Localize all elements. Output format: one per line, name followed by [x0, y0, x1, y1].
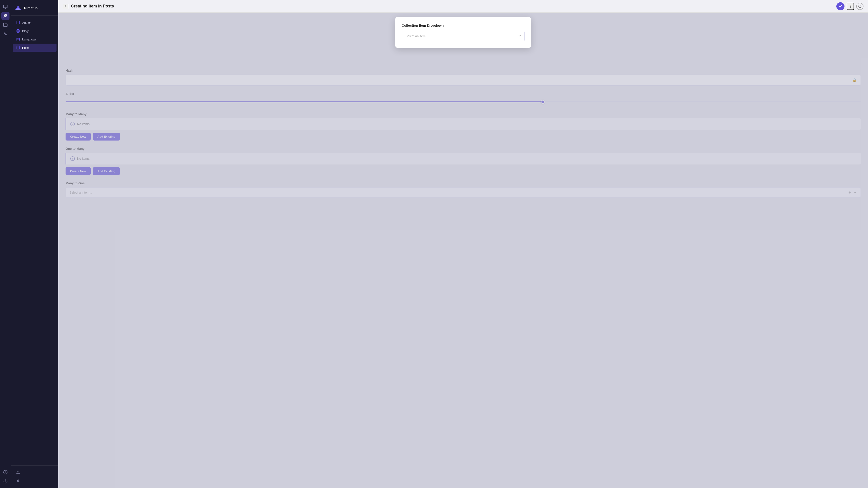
svg-point-12 — [17, 46, 20, 47]
sidebar-item-posts[interactable]: Posts — [13, 43, 57, 52]
back-button[interactable] — [63, 4, 68, 9]
sidebar-user[interactable] — [13, 477, 57, 485]
nav-help[interactable] — [1, 468, 9, 476]
nav-activity[interactable] — [1, 30, 9, 38]
nav-content[interactable] — [1, 3, 9, 11]
app-wrapper: Directus Author Blogs Languages — [0, 0, 868, 488]
collection-item-dropdown[interactable]: Select an item... — [402, 31, 525, 41]
svg-point-11 — [17, 38, 20, 39]
nav-settings[interactable] — [1, 477, 9, 485]
author-database-icon — [16, 21, 20, 24]
modal-overlay: Collection Item Dropdown Select an item.… — [58, 13, 868, 488]
sidebar-item-blogs[interactable]: Blogs — [13, 27, 57, 35]
dropdown-placeholder: Select an item... — [405, 34, 428, 38]
posts-database-icon — [16, 46, 20, 50]
svg-point-15 — [850, 6, 850, 6]
sidebar-logo: Directus — [11, 0, 58, 15]
info-button[interactable] — [856, 3, 864, 10]
form-page: Collection Item Dropdown Select an item.… — [58, 13, 868, 488]
svg-point-14 — [850, 5, 850, 5]
sidebar: Directus Author Blogs Languages — [11, 0, 58, 488]
collection-item-dropdown-modal: Collection Item Dropdown Select an item.… — [395, 17, 531, 48]
sidebar-item-author[interactable]: Author — [13, 19, 57, 27]
app-name: Directus — [24, 6, 37, 10]
sidebar-bottom — [11, 465, 58, 488]
nav-files[interactable] — [1, 21, 9, 29]
main-area: Creating Item in Posts Collection Item D… — [58, 0, 868, 488]
languages-database-icon — [16, 37, 20, 41]
svg-point-13 — [18, 480, 19, 481]
icon-strip — [0, 0, 11, 488]
more-button[interactable] — [847, 3, 854, 10]
sidebar-item-label-languages: Languages — [22, 38, 37, 41]
nav-users[interactable] — [1, 12, 9, 20]
bell-icon — [16, 471, 20, 475]
svg-point-9 — [17, 21, 20, 22]
sidebar-item-label-author: Author — [22, 21, 31, 24]
svg-rect-0 — [3, 5, 7, 8]
sidebar-item-label-posts: Posts — [22, 46, 30, 50]
svg-point-10 — [17, 29, 20, 30]
sidebar-item-languages[interactable]: Languages — [13, 35, 57, 43]
sidebar-nav: Author Blogs Languages Posts — [11, 15, 58, 465]
topbar: Creating Item in Posts — [58, 0, 868, 13]
sidebar-item-label-blogs: Blogs — [22, 29, 30, 33]
dropdown-wrapper: Select an item... — [402, 31, 525, 41]
topbar-actions — [836, 2, 864, 10]
page-title: Creating Item in Posts — [71, 4, 834, 8]
sidebar-notifications[interactable] — [13, 468, 57, 477]
save-button[interactable] — [836, 2, 844, 10]
user-icon — [16, 479, 20, 483]
svg-point-16 — [850, 7, 850, 8]
directus-logo-icon — [14, 4, 22, 11]
blogs-database-icon — [16, 29, 20, 33]
modal-title: Collection Item Dropdown — [402, 24, 525, 27]
svg-point-6 — [5, 481, 6, 482]
svg-point-3 — [4, 14, 6, 16]
